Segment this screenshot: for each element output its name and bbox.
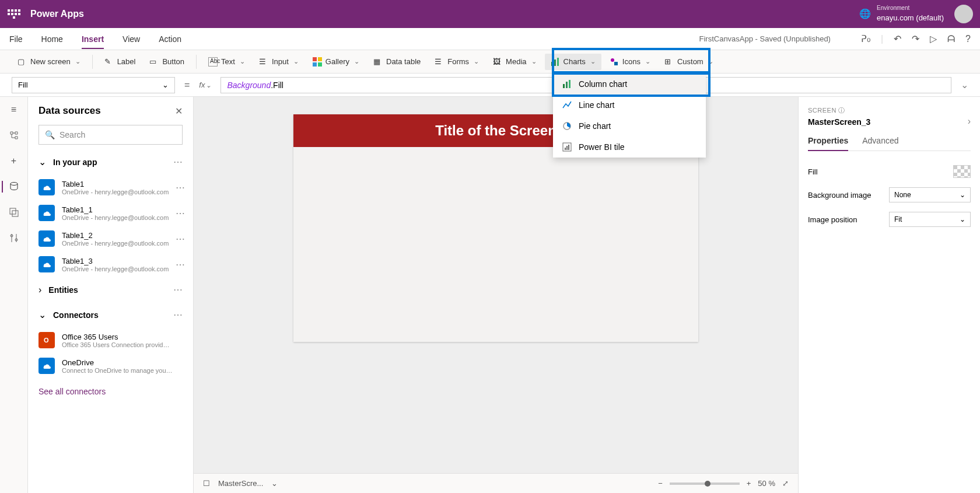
menu-action[interactable]: Action — [159, 34, 181, 44]
formula-bar: Fill⌄ = fx Background.Fill ⌄ — [0, 74, 980, 97]
chevron-down-icon: ⌄ — [162, 81, 169, 89]
footer-screen-name[interactable]: MasterScre... — [218, 479, 263, 488]
expand-icon[interactable]: › — [968, 116, 971, 127]
waffle-icon[interactable] — [7, 7, 21, 21]
svg-rect-5 — [554, 60, 556, 66]
help-icon[interactable]: ? — [965, 34, 971, 44]
rail-media-icon[interactable] — [8, 207, 20, 218]
more-icon[interactable]: ⋯ — [173, 156, 183, 167]
fit-screen-icon[interactable]: ⤢ — [782, 479, 789, 488]
tool-button[interactable]: ▭Button — [144, 54, 190, 70]
toolbar: ▢New screen ✎Label ▭Button AbcText ☰Inpu… — [0, 50, 980, 74]
svg-point-7 — [611, 58, 614, 62]
tool-data-table[interactable]: ▦Data table — [368, 54, 426, 70]
tool-media[interactable]: 🖼Media — [487, 54, 542, 70]
svg-rect-1 — [318, 57, 322, 61]
rail-advanced-icon[interactable] — [8, 232, 20, 244]
data-source-item[interactable]: Table1_1OneDrive - henry.legge@outlook.c… — [28, 200, 193, 226]
data-source-item[interactable]: Table1_3OneDrive - henry.legge@outlook.c… — [28, 251, 193, 277]
tool-charts[interactable]: Charts — [545, 54, 601, 70]
rail-tree-icon[interactable] — [8, 130, 20, 141]
tab-properties[interactable]: Properties — [808, 136, 848, 151]
rail-hamburger-icon[interactable]: ≡ — [8, 104, 20, 116]
screen-icon: ▢ — [18, 57, 27, 67]
dropdown-powerbi-tile[interactable]: Power BI tile — [553, 137, 706, 158]
undo-icon[interactable]: ↶ — [894, 33, 901, 44]
brand-title: Power Apps — [30, 9, 84, 19]
rail-insert-icon[interactable]: + — [8, 155, 20, 167]
share-icon[interactable]: ᗩ — [947, 34, 955, 44]
chevron-down-icon: ⌄ — [38, 309, 46, 320]
onedrive-icon — [38, 205, 55, 221]
search-input[interactable]: 🔍 Search — [38, 125, 183, 145]
close-icon[interactable]: ✕ — [175, 106, 183, 117]
powerbi-icon — [562, 142, 572, 152]
section-connectors[interactable]: ⌄Connectors ⋯ — [28, 302, 193, 327]
onedrive-icon — [38, 230, 55, 247]
svg-rect-16 — [568, 145, 569, 150]
svg-rect-8 — [614, 62, 618, 65]
connector-icon: O — [38, 332, 55, 348]
redo-icon[interactable]: ↷ — [912, 33, 919, 44]
pie-chart-icon — [562, 121, 572, 131]
chevron-down-icon[interactable]: ⌄ — [271, 479, 278, 488]
chevron-down-icon[interactable]: ⌄ — [961, 79, 968, 90]
zoom-slider[interactable] — [670, 482, 740, 485]
connector-item[interactable]: OneDriveConnect to OneDrive to manage yo… — [28, 353, 193, 379]
shapes-icon — [610, 57, 619, 67]
section-entities[interactable]: ›Entities ⋯ — [28, 277, 193, 302]
more-icon[interactable]: ⋯ — [176, 208, 185, 219]
app-status: FirstCanvasApp - Saved (Unpublished) — [699, 34, 831, 43]
custom-icon: ⊞ — [664, 57, 674, 67]
checker-icon[interactable]: ᕈ₀ — [861, 33, 870, 44]
tool-forms[interactable]: ☰Forms — [429, 54, 485, 70]
checkbox-icon[interactable]: ☐ — [203, 479, 210, 488]
menu-insert[interactable]: Insert — [82, 34, 104, 49]
input-icon: ☰ — [259, 57, 268, 67]
section-in-your-app[interactable]: ⌄In your app ⋯ — [28, 149, 193, 174]
tool-label[interactable]: ✎Label — [99, 54, 142, 70]
tool-icons[interactable]: Icons — [604, 54, 656, 70]
see-all-connectors-link[interactable]: See all connectors — [28, 379, 193, 404]
imgpos-select[interactable]: Fit⌄ — [889, 212, 971, 227]
fx-button[interactable]: fx — [199, 81, 211, 89]
rail-data-icon[interactable] — [2, 181, 19, 193]
property-selector[interactable]: Fill⌄ — [12, 77, 175, 93]
menu-home[interactable]: Home — [41, 34, 63, 44]
environment-picker[interactable]: 🌐 Environment enayu.com (default) — [859, 5, 944, 23]
zoom-out-icon[interactable]: − — [658, 479, 663, 488]
text-icon: Abc — [208, 57, 218, 67]
form-icon: ☰ — [435, 57, 444, 67]
tool-new-screen[interactable]: ▢New screen — [12, 54, 86, 70]
more-icon[interactable]: ⋯ — [176, 182, 185, 193]
menu-file[interactable]: File — [9, 34, 23, 44]
data-source-item[interactable]: Table1_2OneDrive - henry.legge@outlook.c… — [28, 226, 193, 251]
bgimage-select[interactable]: None⌄ — [889, 187, 971, 202]
dropdown-column-chart[interactable]: Column chart — [553, 74, 706, 95]
svg-point-17 — [10, 183, 18, 186]
connector-item[interactable]: OOffice 365 UsersOffice 365 Users Connec… — [28, 327, 193, 353]
dropdown-line-chart[interactable]: Line chart — [553, 95, 706, 116]
tab-advanced[interactable]: Advanced — [862, 136, 898, 151]
more-icon[interactable]: ⋯ — [176, 233, 185, 244]
svg-rect-4 — [551, 62, 553, 66]
zoom-in-icon[interactable]: + — [747, 479, 751, 488]
svg-rect-9 — [563, 84, 565, 88]
more-icon[interactable]: ⋯ — [173, 284, 183, 295]
more-icon[interactable]: ⋯ — [176, 259, 185, 270]
tool-text[interactable]: AbcText — [202, 54, 251, 70]
tool-gallery[interactable]: Gallery — [307, 54, 365, 70]
tool-input[interactable]: ☰Input — [253, 54, 304, 70]
fill-color-picker[interactable] — [953, 165, 971, 178]
data-source-item[interactable]: Table1OneDrive - henry.legge@outlook.com… — [28, 174, 193, 200]
avatar[interactable] — [954, 5, 973, 23]
help-icon[interactable]: ⓘ — [838, 107, 845, 114]
tool-custom[interactable]: ⊞Custom — [659, 54, 719, 70]
table-icon: ▦ — [373, 57, 383, 67]
menu-view[interactable]: View — [123, 34, 140, 44]
media-icon: 🖼 — [493, 57, 502, 67]
more-icon[interactable]: ⋯ — [173, 309, 183, 320]
dropdown-pie-chart[interactable]: Pie chart — [553, 116, 706, 137]
play-icon[interactable]: ▷ — [930, 33, 937, 44]
charts-dropdown: Column chart Line chart Pie chart Power … — [553, 74, 706, 158]
